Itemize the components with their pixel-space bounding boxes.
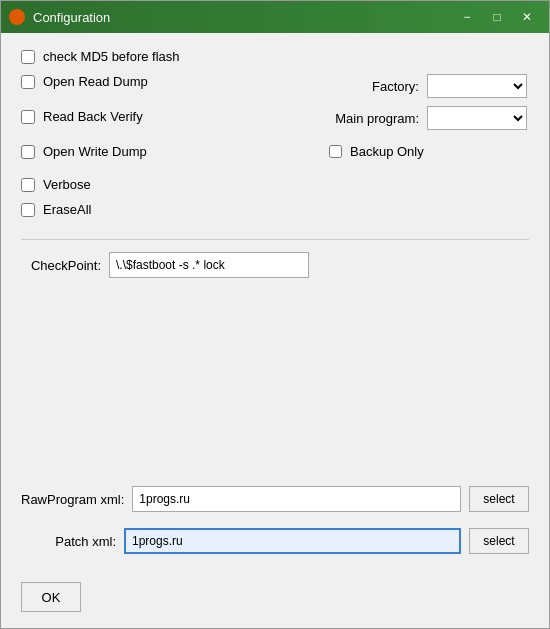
open-write-dump-checkbox[interactable]: [21, 145, 35, 159]
check-md5-checkbox[interactable]: [21, 50, 35, 64]
check-md5-row: check MD5 before flash: [21, 49, 529, 64]
window-title: Configuration: [33, 10, 453, 25]
backup-only-checkbox[interactable]: [329, 145, 342, 158]
main-program-row: Main program:: [329, 106, 529, 130]
rawprogram-row: RawProgram xml: select: [21, 486, 529, 512]
open-read-dump-label: Open Read Dump: [43, 74, 148, 89]
verbose-row: Verbose: [21, 177, 529, 192]
rawprogram-select-button[interactable]: select: [469, 486, 529, 512]
erase-all-label: EraseAll: [43, 202, 91, 217]
backup-only-label: Backup Only: [350, 144, 424, 159]
checkpoint-row: CheckPoint:: [21, 252, 529, 278]
erase-all-row: EraseAll: [21, 202, 529, 217]
verbose-label: Verbose: [43, 177, 91, 192]
ok-row: OK: [21, 582, 529, 612]
maximize-button[interactable]: □: [483, 6, 511, 28]
window-controls: − □ ✕: [453, 6, 541, 28]
spacer: [21, 298, 529, 486]
open-write-dump-row: Open Write Dump: [21, 144, 329, 159]
open-read-dump-row: Open Read Dump: [21, 74, 329, 89]
configuration-window: Configuration − □ ✕ check MD5 before fla…: [0, 0, 550, 629]
factory-label: Factory:: [329, 79, 419, 94]
patch-select-button[interactable]: select: [469, 528, 529, 554]
minimize-button[interactable]: −: [453, 6, 481, 28]
verbose-checkbox[interactable]: [21, 178, 35, 192]
check-md5-label: check MD5 before flash: [43, 49, 180, 64]
backup-only-row: Backup Only: [329, 144, 529, 159]
read-back-verify-row: Read Back Verify: [21, 109, 329, 124]
left-column: Open Read Dump Read Back Verify Open Wri…: [21, 74, 329, 169]
open-write-dump-label: Open Write Dump: [43, 144, 147, 159]
patch-row: Patch xml: select: [21, 528, 529, 554]
open-read-dump-checkbox[interactable]: [21, 75, 35, 89]
rawprogram-label: RawProgram xml:: [21, 492, 124, 507]
factory-row: Factory:: [329, 74, 529, 98]
checkpoint-label: CheckPoint:: [21, 258, 101, 273]
read-back-verify-label: Read Back Verify: [43, 109, 143, 124]
factory-select[interactable]: [427, 74, 527, 98]
title-bar: Configuration − □ ✕: [1, 1, 549, 33]
erase-all-checkbox[interactable]: [21, 203, 35, 217]
checkpoint-input[interactable]: [109, 252, 309, 278]
patch-input[interactable]: [124, 528, 461, 554]
read-back-verify-checkbox[interactable]: [21, 110, 35, 124]
app-icon: [9, 9, 25, 25]
patch-label: Patch xml:: [21, 534, 116, 549]
main-program-select[interactable]: [427, 106, 527, 130]
ok-button[interactable]: OK: [21, 582, 81, 612]
rawprogram-input[interactable]: [132, 486, 461, 512]
main-program-label: Main program:: [329, 111, 419, 126]
right-column: Factory: Main program: Backup Only: [329, 74, 529, 159]
separator-1: [21, 239, 529, 240]
two-col-section: Open Read Dump Read Back Verify Open Wri…: [21, 74, 529, 169]
close-button[interactable]: ✕: [513, 6, 541, 28]
main-content: check MD5 before flash Open Read Dump Re…: [1, 33, 549, 628]
